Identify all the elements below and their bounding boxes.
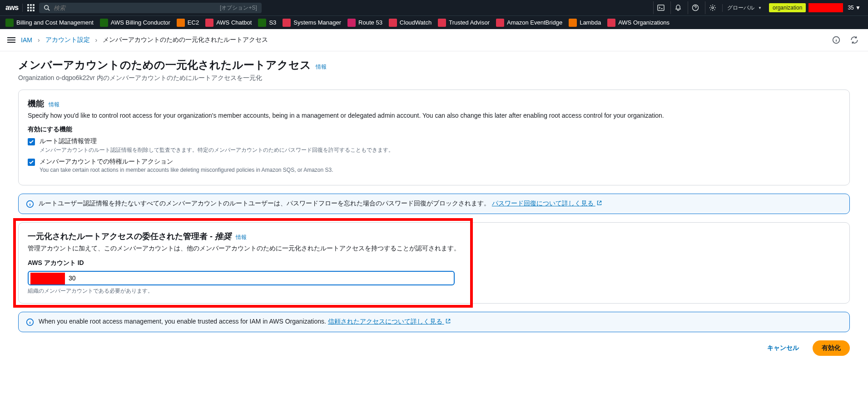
top-nav: aws [オプション+S] グローバル organization XXXXXXX… [0, 0, 868, 15]
enable-label: 有効にする機能 [28, 125, 840, 134]
svg-point-0 [45, 5, 49, 10]
breadcrumb-bar: IAM › アカウント設定 › メンバーアカウントのための一元化されたルートアク… [0, 29, 868, 51]
account-id-input[interactable] [28, 271, 455, 285]
svg-rect-2 [658, 5, 664, 10]
svg-point-4 [712, 7, 714, 9]
service-item-6[interactable]: Route 53 [347, 19, 382, 27]
service-label: Systems Manager [293, 19, 341, 26]
account-redacted: XXXXXXXX [808, 3, 843, 12]
service-icon [438, 19, 446, 27]
service-item-8[interactable]: Trusted Advisor [438, 19, 490, 27]
service-label: AWS Chatbot [216, 19, 252, 26]
service-icon [389, 19, 397, 27]
refresh-icon[interactable] [848, 34, 861, 46]
aws-logo[interactable]: aws [5, 4, 23, 12]
service-item-11[interactable]: AWS Organizations [607, 19, 670, 27]
service-icon [283, 19, 291, 27]
checkbox[interactable] [28, 159, 35, 166]
feature-sub: You can take certain root actions in mem… [40, 167, 333, 173]
account-badge[interactable]: organization [769, 3, 806, 12]
svg-line-1 [48, 9, 50, 11]
service-item-0[interactable]: Billing and Cost Management [5, 19, 94, 27]
alert2-text: When you enable root access management, … [39, 318, 326, 325]
search-hint: [オプション+S] [220, 4, 257, 12]
service-label: AWS Organizations [618, 19, 670, 26]
cancel-button[interactable]: キャンセル [760, 340, 806, 356]
features-panel: 機能 情報 Specify how you'd like to control … [18, 90, 850, 185]
alert1-text: ルートユーザー認証情報を持たないすべてのメンバーアカウントのルートユーザーは、パ… [39, 200, 490, 207]
breadcrumb-current: メンバーアカウントのための一元化されたルートアクセス [103, 36, 268, 44]
service-label: Amazon EventBridge [507, 19, 562, 26]
service-label: Route 53 [358, 19, 382, 26]
service-label: AWS Billing Conductor [111, 19, 170, 26]
account-tail[interactable]: 35 ▼ [846, 5, 863, 11]
service-item-3[interactable]: AWS Chatbot [205, 19, 252, 27]
password-recovery-alert: ルートユーザー認証情報を持たないすべてのメンバーアカウントのルートユーザーは、パ… [18, 194, 850, 214]
feature-row-0: ルート認証情報管理 メンバーアカウントのルート認証情報を削除して監査できます。特… [28, 137, 840, 154]
help-icon[interactable] [688, 1, 702, 14]
service-icon [100, 19, 108, 27]
service-icon [177, 19, 185, 27]
chevron-icon: › [38, 36, 40, 44]
service-item-9[interactable]: Amazon EventBridge [496, 19, 562, 27]
service-item-2[interactable]: EC2 [177, 19, 199, 27]
service-label: S3 [269, 19, 276, 26]
account-id-hint: 組織のメンバーアカウントである必要があります。 [28, 287, 840, 295]
region-selector[interactable]: グローバル [722, 4, 766, 12]
alert1-link[interactable]: パスワード回復について詳しく見る [492, 200, 602, 207]
info-circle-icon[interactable] [830, 34, 843, 46]
delegated-info-link[interactable]: 情報 [236, 234, 247, 241]
feature-row-1: メンバーアカウントでの特権ルートアクション You can take certa… [28, 158, 840, 173]
service-icon [569, 19, 577, 27]
service-label: Trusted Advisor [449, 19, 490, 26]
service-item-1[interactable]: AWS Billing Conductor [100, 19, 170, 27]
breadcrumb-settings[interactable]: アカウント設定 [45, 36, 90, 44]
service-icon [258, 19, 266, 27]
enable-button[interactable]: 有効化 [813, 340, 850, 356]
service-icon [496, 19, 504, 27]
features-title: 機能 [28, 98, 44, 109]
chevron-icon: › [95, 36, 98, 44]
external-link-icon [596, 200, 602, 206]
service-icon [5, 19, 14, 27]
delegated-desc: 管理アカウントに加えて、このメンバーアカウントは、他のメンバーアカウントのために… [28, 244, 840, 253]
main-content: メンバーアカウントのための一元化されたルートアクセス 情報 Organizati… [0, 51, 868, 369]
service-label: Lambda [580, 19, 601, 26]
service-icon [205, 19, 213, 27]
delegated-admin-panel: 一元化されたルートアクセスの委任された管理者 - 推奨 情報 管理アカウントに加… [18, 222, 850, 304]
service-item-7[interactable]: CloudWatch [389, 19, 432, 27]
service-label: EC2 [188, 19, 199, 26]
info-icon [26, 318, 34, 326]
service-item-5[interactable]: Systems Manager [283, 19, 341, 27]
cloudshell-icon[interactable] [653, 1, 668, 14]
page-title: メンバーアカウントのための一元化されたルートアクセス [18, 58, 311, 72]
top-right: グローバル organization XXXXXXXX 35 ▼ [653, 1, 863, 14]
search-wrap: [オプション+S] [39, 3, 262, 13]
service-label: CloudWatch [400, 19, 432, 26]
settings-icon[interactable] [705, 1, 719, 14]
checkbox[interactable] [28, 138, 35, 145]
services-grid-icon[interactable] [26, 3, 35, 12]
search-icon [44, 5, 50, 11]
info-icon [26, 200, 34, 208]
page-subtitle: Organization o-dqpo6k22vr 内のメンバーアカウントのため… [18, 74, 850, 82]
account-id-label: AWS アカウント ID [28, 259, 840, 267]
page-info-link[interactable]: 情報 [316, 63, 327, 71]
breadcrumb-iam[interactable]: IAM [21, 36, 32, 44]
service-icon [347, 19, 356, 27]
service-label: Billing and Cost Management [16, 19, 94, 26]
features-info-link[interactable]: 情報 [49, 101, 60, 109]
service-bar: Billing and Cost ManagementAWS Billing C… [0, 15, 868, 29]
external-link-icon [445, 318, 451, 324]
hamburger-icon[interactable] [7, 36, 15, 44]
alert2-link[interactable]: 信頼されたアクセスについて詳しく見る [328, 318, 451, 325]
notifications-icon[interactable] [670, 1, 685, 14]
service-item-4[interactable]: S3 [258, 19, 276, 27]
service-icon [607, 19, 615, 27]
delegated-title: 一元化されたルートアクセスの委任された管理者 - 推奨 [28, 231, 231, 242]
features-desc: Specify how you'd like to control root a… [28, 112, 840, 119]
feature-label: メンバーアカウントでの特権ルートアクション [40, 158, 333, 166]
input-redacted [30, 273, 65, 284]
service-item-10[interactable]: Lambda [569, 19, 601, 27]
search-input[interactable] [54, 5, 216, 11]
